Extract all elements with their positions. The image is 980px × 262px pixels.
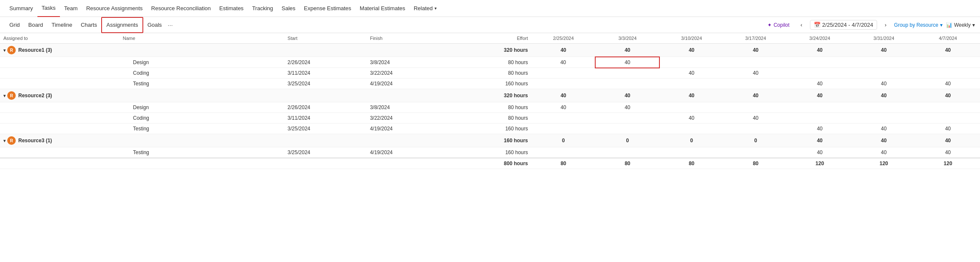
resource-avatar-resource1: R: [7, 46, 16, 54]
task-date-cell-resource1-2-3[interactable]: [724, 79, 788, 89]
sub-nav-item-goals[interactable]: Goals: [143, 17, 166, 33]
expand-arrow-resource1[interactable]: ▾: [3, 48, 6, 53]
task-date-cell-resource2-1-1[interactable]: [595, 113, 659, 124]
task-date-cell-resource2-1-5[interactable]: [852, 113, 916, 124]
task-date-cell-resource1-0-4[interactable]: [788, 57, 852, 68]
task-assigned-cell-resource2-0: [0, 102, 119, 113]
totals-assigned-cell: [0, 158, 119, 169]
group-by-button[interactable]: Group by Resource▾: [894, 22, 943, 28]
task-date-cell-resource2-0-1[interactable]: 40: [595, 102, 659, 113]
task-date-cell-resource2-2-3[interactable]: [724, 124, 788, 134]
task-date-cell-resource1-2-0[interactable]: [531, 79, 596, 89]
task-date-cell-resource1-0-0[interactable]: 40: [531, 57, 596, 68]
totals-date-cell-3: 80: [724, 158, 788, 169]
expand-arrow-resource3[interactable]: ▾: [3, 138, 6, 143]
resource-row-resource3: ▾ R Resource3 (1) 160 hours0000404040: [0, 134, 980, 147]
date-next-button[interactable]: ›: [881, 20, 891, 30]
sub-nav-item-assignments[interactable]: Assignments: [101, 17, 143, 33]
task-effort-cell-resource1-0: 80 hours: [449, 57, 531, 68]
sub-nav-item-board[interactable]: Board: [24, 17, 48, 33]
task-date-cell-resource2-2-2[interactable]: [659, 124, 724, 134]
task-date-cell-resource1-2-5[interactable]: 40: [852, 79, 916, 89]
task-assigned-cell-resource1-0: [0, 57, 119, 68]
col-header-date-1: 3/3/2024: [595, 33, 659, 44]
task-date-cell-resource1-2-1[interactable]: [595, 79, 659, 89]
top-nav-item-material-estimates[interactable]: Material Estimates: [355, 0, 409, 17]
task-date-cell-resource3-0-1[interactable]: [595, 147, 659, 158]
task-date-cell-resource2-0-2[interactable]: [659, 102, 724, 113]
task-start-cell-resource1-0: 2/26/2024: [284, 57, 366, 68]
task-date-cell-resource1-1-0[interactable]: [531, 68, 596, 79]
task-date-cell-resource2-2-6[interactable]: 40: [916, 124, 980, 134]
task-date-cell-resource2-1-2[interactable]: 40: [659, 113, 724, 124]
task-finish-cell-resource1-0: 3/8/2024: [366, 57, 449, 68]
task-date-cell-resource1-1-2[interactable]: 40: [659, 68, 724, 79]
task-assigned-cell-resource2-2: [0, 124, 119, 134]
top-nav-item-sales[interactable]: Sales: [277, 0, 300, 17]
task-row-resource1-2: Testing3/25/20244/19/2024160 hours404040: [0, 79, 980, 89]
task-date-cell-resource2-0-3[interactable]: [724, 102, 788, 113]
copilot-button[interactable]: ✦Copilot: [764, 20, 793, 30]
task-date-cell-resource1-2-4[interactable]: 40: [788, 79, 852, 89]
resource-name-resource2: Resource2 (3): [18, 93, 52, 99]
sub-nav-item-charts[interactable]: Charts: [77, 17, 101, 33]
top-nav-item-expense-estimates[interactable]: Expense Estimates: [300, 0, 355, 17]
task-date-cell-resource2-0-5[interactable]: [852, 102, 916, 113]
top-nav-item-related[interactable]: Related▾: [409, 0, 441, 17]
task-date-cell-resource1-1-4[interactable]: [788, 68, 852, 79]
task-date-cell-resource3-0-0[interactable]: [531, 147, 596, 158]
top-nav-item-resource-reconciliation[interactable]: Resource Reconciliation: [147, 0, 215, 17]
task-date-cell-resource1-2-6[interactable]: 40: [916, 79, 980, 89]
col-header-assigned-to: Assigned to: [0, 33, 119, 44]
resource-date-cell-resource3-0: 0: [531, 134, 596, 147]
task-effort-cell-resource2-1: 80 hours: [449, 113, 531, 124]
top-nav-item-tracking[interactable]: Tracking: [248, 0, 277, 17]
task-date-cell-resource3-0-5[interactable]: 40: [852, 147, 916, 158]
task-date-cell-resource2-2-0[interactable]: [531, 124, 596, 134]
task-date-cell-resource1-1-1[interactable]: [595, 68, 659, 79]
task-start-cell-resource3-0: 3/25/2024: [284, 147, 366, 158]
top-nav-item-team[interactable]: Team: [60, 0, 82, 17]
task-date-cell-resource2-0-4[interactable]: [788, 102, 852, 113]
task-date-cell-resource2-1-4[interactable]: [788, 113, 852, 124]
resource-start-cell-resource2: [284, 89, 366, 102]
date-range-button[interactable]: 📅2/25/2024 - 4/7/2024: [810, 20, 877, 30]
top-nav-item-summary[interactable]: Summary: [5, 0, 37, 17]
task-date-cell-resource1-2-2[interactable]: [659, 79, 724, 89]
weekly-icon: 📊: [946, 22, 952, 28]
task-date-cell-resource1-1-5[interactable]: [852, 68, 916, 79]
task-date-cell-resource3-0-3[interactable]: [724, 147, 788, 158]
top-nav-item-estimates[interactable]: Estimates: [215, 0, 248, 17]
col-header-date-2: 3/10/2024: [659, 33, 724, 44]
expand-arrow-resource2[interactable]: ▾: [3, 93, 6, 98]
task-date-cell-resource2-1-3[interactable]: 40: [724, 113, 788, 124]
copilot-icon: ✦: [767, 22, 772, 28]
task-date-cell-resource2-0-0[interactable]: 40: [531, 102, 596, 113]
task-date-cell-resource2-0-6[interactable]: [916, 102, 980, 113]
top-nav-item-resource-assignments[interactable]: Resource Assignments: [82, 0, 147, 17]
task-date-cell-resource3-0-6[interactable]: 40: [916, 147, 980, 158]
task-date-cell-resource3-0-4[interactable]: 40: [788, 147, 852, 158]
task-date-cell-resource2-2-4[interactable]: 40: [788, 124, 852, 134]
task-name-cell-resource1-2: Testing: [119, 79, 284, 89]
sub-nav-item-timeline[interactable]: Timeline: [47, 17, 77, 33]
task-date-cell-resource2-1-0[interactable]: [531, 113, 596, 124]
task-date-cell-resource1-0-3[interactable]: [724, 57, 788, 68]
resource-effort-cell-resource3: 160 hours: [449, 134, 531, 147]
task-date-cell-resource3-0-2[interactable]: [659, 147, 724, 158]
task-start-cell-resource1-2: 3/25/2024: [284, 79, 366, 89]
date-prev-button[interactable]: ‹: [796, 20, 807, 30]
task-date-cell-resource1-1-3[interactable]: 40: [724, 68, 788, 79]
task-date-cell-resource1-0-1[interactable]: 40: [595, 57, 659, 68]
task-date-cell-resource1-0-2[interactable]: [659, 57, 724, 68]
top-nav-item-tasks[interactable]: Tasks: [37, 0, 60, 17]
task-date-cell-resource2-2-1[interactable]: [595, 124, 659, 134]
task-date-cell-resource2-2-5[interactable]: 40: [852, 124, 916, 134]
task-date-cell-resource1-0-5[interactable]: [852, 57, 916, 68]
task-date-cell-resource2-1-6[interactable]: [916, 113, 980, 124]
sub-nav-item-grid[interactable]: Grid: [5, 17, 24, 33]
weekly-button[interactable]: 📊Weekly▾: [946, 22, 975, 28]
task-date-cell-resource1-1-6[interactable]: [916, 68, 980, 79]
task-date-cell-resource1-0-6[interactable]: [916, 57, 980, 68]
sub-nav-more-button[interactable]: ···: [166, 22, 175, 28]
